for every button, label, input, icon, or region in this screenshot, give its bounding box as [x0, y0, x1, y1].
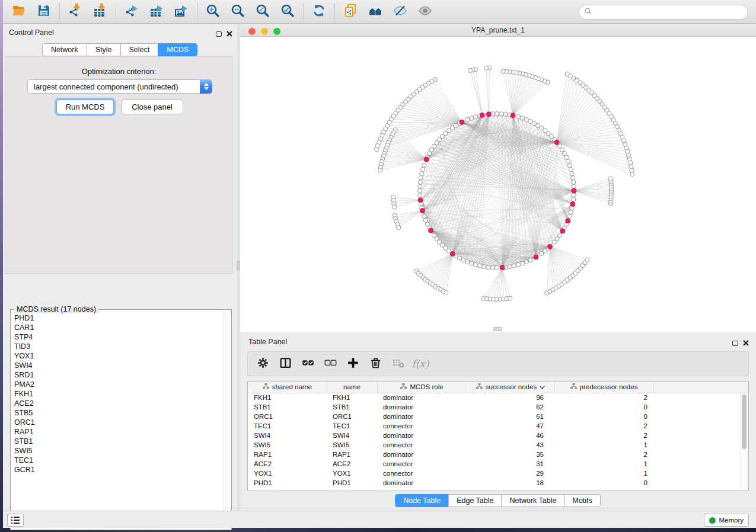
table-row[interactable]: TEC1TEC1connector472 — [248, 421, 748, 431]
column-header-successor-nodes[interactable]: successor nodes — [467, 382, 554, 393]
network-window-title: YPA_prune.txt_1 — [240, 24, 756, 37]
refresh-button[interactable] — [307, 2, 331, 22]
deselect-all-button[interactable] — [320, 354, 340, 373]
close-panel-icon[interactable] — [743, 338, 749, 348]
mcds-result-item[interactable]: SWI5 — [14, 446, 224, 456]
column-header-name[interactable]: name — [327, 382, 377, 393]
mcds-list-scrollbar[interactable] — [224, 310, 231, 530]
zoom-selected-button[interactable] — [275, 2, 300, 22]
network-graph[interactable] — [240, 37, 756, 332]
close-panel-icon[interactable] — [227, 28, 232, 39]
mcds-result-item[interactable]: STP4 — [14, 332, 224, 342]
import-table-button[interactable] — [88, 2, 113, 22]
toolbar-separator — [334, 4, 335, 20]
mcds-result-item[interactable]: TID3 — [14, 342, 224, 351]
close-panel-button[interactable]: Close panel — [121, 100, 183, 114]
columns-button[interactable] — [275, 354, 295, 373]
settings-button[interactable] — [253, 354, 273, 373]
cell: 46 — [467, 431, 554, 440]
window-zoom-button[interactable] — [273, 28, 280, 35]
float-panel-icon[interactable] — [216, 31, 222, 37]
export-image-button[interactable] — [169, 2, 194, 22]
table-row[interactable]: ORC1ORC1dominator610 — [248, 412, 748, 421]
select-all-button[interactable] — [298, 354, 318, 373]
network-window-titlebar[interactable]: YPA_prune.txt_1 — [240, 24, 756, 37]
mcds-result-item[interactable]: TEC1 — [14, 456, 224, 465]
table-row[interactable]: SWI4SWI4dominator462 — [248, 431, 748, 440]
mcds-result-item[interactable]: GCR1 — [14, 465, 224, 475]
open-file-button[interactable] — [7, 2, 31, 22]
table-row[interactable]: RAP1RAP1dominator352 — [248, 450, 748, 459]
run-mcds-button[interactable]: Run MCDS — [56, 100, 114, 114]
import-network-button[interactable] — [63, 2, 88, 22]
cell: connector — [377, 469, 467, 478]
table-row[interactable]: PHD1PHD1dominator180 — [248, 478, 748, 488]
import-table-icon — [93, 4, 107, 20]
delete-column-icon — [369, 357, 382, 371]
zoom-fit-button[interactable] — [250, 2, 275, 22]
export-table-icon — [149, 4, 164, 20]
hide-selected-button[interactable] — [388, 2, 413, 22]
tab-motifs[interactable]: Motifs — [564, 494, 600, 507]
tab-style[interactable]: Style — [87, 43, 121, 56]
mcds-result-item[interactable]: ORC1 — [14, 418, 224, 427]
mcds-result-list[interactable]: PHD1CAR1STP4TID3YOX1SWI4SRD1PMA2FKH1ACE2… — [11, 311, 224, 530]
mcds-result-item[interactable]: PMA2 — [14, 380, 224, 389]
mcds-result-item[interactable]: CAR1 — [14, 323, 224, 332]
network-canvas[interactable] — [240, 37, 756, 332]
mcds-result-item[interactable]: STB1 — [14, 437, 224, 446]
mcds-result-item[interactable]: PHD1 — [14, 313, 224, 323]
table-row[interactable]: YOX1YOX1connector291 — [248, 469, 748, 478]
table-row[interactable]: FKH1FKH1dominator962 — [248, 393, 748, 402]
mcds-result-item[interactable]: STB5 — [14, 408, 224, 418]
first-neighbors-button[interactable] — [363, 2, 388, 22]
window-close-button[interactable] — [248, 28, 256, 35]
table-scrollbar[interactable] — [740, 393, 748, 490]
table-row[interactable]: SWI5SWI5connector431 — [248, 440, 748, 450]
export-network-button[interactable] — [119, 2, 144, 22]
table-row[interactable]: ACE2ACE2connector311 — [248, 459, 748, 469]
optimization-criterion-select[interactable]: largest connected component (undirected) — [27, 79, 212, 94]
cell: 1 — [554, 459, 653, 469]
search-field[interactable] — [579, 5, 748, 20]
show-all-button[interactable] — [413, 2, 438, 22]
zoom-in-icon — [206, 4, 220, 20]
tab-node-table[interactable]: Node Table — [395, 494, 449, 507]
search-input[interactable] — [595, 8, 748, 17]
column-header-shared-name[interactable]: shared name — [248, 382, 327, 393]
duplicate-network-button[interactable] — [338, 2, 363, 22]
memory-button[interactable]: Memory — [704, 514, 749, 527]
table-toolbar: f(x) — [247, 351, 749, 376]
mcds-result-item[interactable]: SWI4 — [14, 361, 224, 370]
table-scrollbar-thumb[interactable] — [742, 395, 747, 449]
tab-network[interactable]: Network — [42, 43, 87, 56]
cell: PHD1 — [327, 478, 377, 488]
cell: FKH1 — [327, 393, 377, 402]
mcds-result-item[interactable]: FKH1 — [14, 389, 224, 399]
tab-select[interactable]: Select — [120, 43, 159, 56]
refresh-icon — [312, 4, 326, 20]
column-header-MCDS-role[interactable]: MCDS role — [377, 382, 467, 393]
delete-column-button[interactable] — [365, 354, 385, 373]
table-row[interactable]: STB1STB1dominator620 — [248, 402, 748, 412]
tab-mcds[interactable]: MCDS — [158, 43, 197, 56]
add-column-button[interactable] — [343, 354, 363, 373]
sort-chevron-icon[interactable] — [540, 383, 545, 390]
float-panel-icon[interactable] — [732, 341, 738, 346]
mcds-result-item[interactable]: RAP1 — [14, 427, 224, 437]
horizontal-splitter-grip[interactable] — [493, 327, 502, 331]
zoom-out-button[interactable] — [225, 2, 250, 22]
tab-edge-table[interactable]: Edge Table — [448, 494, 502, 507]
window-minimize-button[interactable] — [261, 28, 268, 35]
export-table-button[interactable] — [144, 2, 169, 22]
column-header-predecessor-nodes[interactable]: predecessor nodes — [554, 382, 653, 393]
mcds-result-item[interactable]: SRD1 — [14, 370, 224, 380]
task-history-button[interactable] — [7, 514, 24, 527]
zoom-in-button[interactable] — [200, 2, 225, 22]
tab-network-table[interactable]: Network Table — [502, 494, 565, 507]
cell: ACE2 — [248, 459, 327, 469]
import-network-icon — [68, 4, 82, 20]
mcds-result-item[interactable]: ACE2 — [14, 399, 224, 408]
save-session-button[interactable] — [31, 2, 56, 22]
mcds-result-item[interactable]: YOX1 — [14, 351, 224, 361]
